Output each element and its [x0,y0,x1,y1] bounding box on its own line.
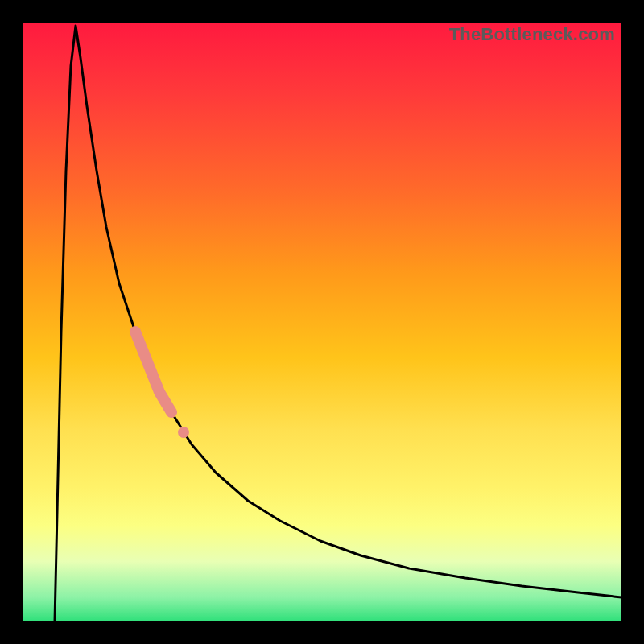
highlight-segment-path [135,332,171,412]
bottleneck-curve-path [55,26,621,621]
highlight-gap-dot [178,427,189,438]
curve-svg [23,23,621,621]
chart-container: TheBottleneck.com [0,0,644,644]
watermark-label: TheBottleneck.com [449,24,615,45]
plot-area: TheBottleneck.com [23,23,621,621]
